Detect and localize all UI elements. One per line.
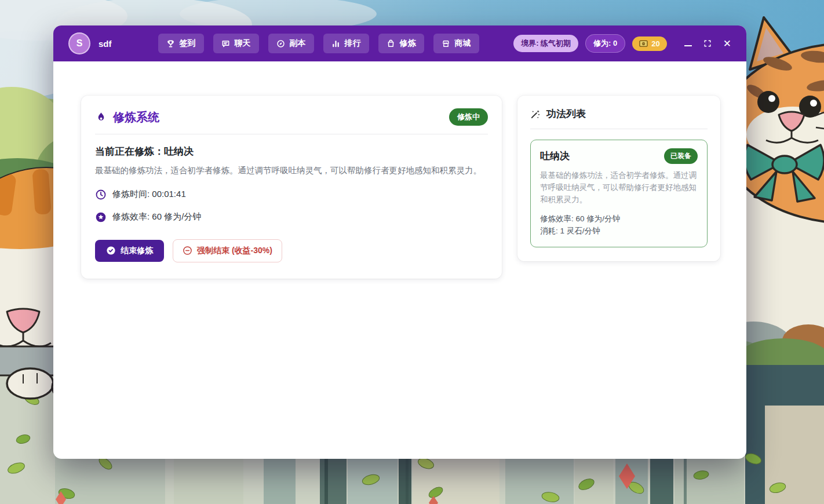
close-button[interactable]: ✕ <box>723 39 731 49</box>
technique-name: 吐纳决 <box>540 149 570 163</box>
store-icon <box>442 39 450 48</box>
cultivation-time-row: 修炼时间: 00:01:41 <box>95 189 488 200</box>
nav-label: 聊天 <box>235 38 251 49</box>
check-circle-icon <box>106 246 116 255</box>
maximize-button[interactable] <box>703 39 712 48</box>
technique-rate: 修炼效率: 60 修为/分钟 <box>540 213 698 225</box>
cultivation-rate-text: 修炼效率: 60 修为/分钟 <box>112 211 201 222</box>
star-icon <box>95 211 107 223</box>
button-label: 结束修炼 <box>121 246 153 256</box>
topbar-status: 境界: 练气初期 修为: 0 20 ✕ <box>513 34 731 53</box>
coin-badge: 20 <box>632 36 666 51</box>
circle-minus-icon <box>183 246 192 255</box>
cultivation-badge: 修为: 0 <box>585 34 625 53</box>
nav-label: 副本 <box>290 38 306 49</box>
topbar: S sdf 签到 聊天 副本 排行 修炼 <box>53 25 746 61</box>
wand-sparkles-icon <box>530 109 541 119</box>
current-technique-heading: 当前正在修炼：吐纳决 <box>95 145 488 158</box>
nav-label: 修炼 <box>400 38 416 49</box>
action-buttons: 结束修炼 强制结束 (收益-30%) <box>95 239 488 262</box>
cultivation-rate-row: 修炼效率: 60 修为/分钟 <box>95 211 488 223</box>
technique-cost: 消耗: 1 灵石/分钟 <box>540 225 698 238</box>
nav-shop-button[interactable]: 商城 <box>433 34 479 53</box>
technique-item-stats: 修炼效率: 60 修为/分钟 消耗: 1 灵石/分钟 <box>540 213 698 238</box>
nav-sign-in-button[interactable]: 签到 <box>158 34 204 53</box>
nav-label: 签到 <box>180 38 196 49</box>
minimize-button[interactable] <box>684 41 692 46</box>
card-title: 功法列表 <box>546 107 586 120</box>
window-content: 修炼系统 修炼中 当前正在修炼：吐纳决 最基础的修炼功法，适合初学者修炼。通过调… <box>53 61 746 279</box>
force-end-button[interactable]: 强制结束 (收益-30%) <box>173 239 282 262</box>
technique-description: 最基础的修炼功法，适合初学者修炼。通过调节呼吸吐纳灵气，可以帮助修行者更好地感知… <box>95 164 488 178</box>
technique-list-card: 功法列表 吐纳决 已装备 最基础的修炼功法，适合初学者修炼。通过调节呼吸吐纳灵气… <box>517 96 720 261</box>
trophy-icon <box>166 39 175 48</box>
cultivating-status-badge: 修炼中 <box>449 108 488 126</box>
main-nav: 签到 聊天 副本 排行 修炼 商城 <box>158 34 479 53</box>
cultivation-card-header: 修炼系统 修炼中 <box>95 108 488 126</box>
nav-label: 商城 <box>455 38 471 49</box>
app-window: S sdf 签到 聊天 副本 排行 修炼 <box>53 25 746 459</box>
button-label: 强制结束 (收益-30%) <box>197 246 272 256</box>
banknote-icon <box>639 40 648 48</box>
compass-icon <box>276 39 285 48</box>
equipped-badge: 已装备 <box>664 148 698 164</box>
nav-ranking-button[interactable]: 排行 <box>323 34 369 53</box>
technique-card-header: 功法列表 <box>530 107 708 120</box>
technique-item-header: 吐纳决 已装备 <box>540 148 698 164</box>
nav-cultivate-button[interactable]: 修炼 <box>378 34 424 53</box>
realm-badge: 境界: 练气初期 <box>513 35 578 52</box>
divider <box>530 129 708 129</box>
window-controls: ✕ <box>684 39 731 49</box>
cultivation-system-card: 修炼系统 修炼中 当前正在修炼：吐纳决 最基础的修炼功法，适合初学者修炼。通过调… <box>81 96 502 279</box>
divider <box>95 134 488 134</box>
bag-icon <box>387 39 395 48</box>
nav-dungeon-button[interactable]: 副本 <box>268 34 314 53</box>
technique-item-description: 最基础的修炼功法，适合初学者修炼。通过调节呼吸吐纳灵气，可以帮助修行者更好地感知… <box>540 170 698 206</box>
chat-icon <box>221 39 230 48</box>
end-cultivation-button[interactable]: 结束修炼 <box>95 240 164 262</box>
app-title: sdf <box>99 39 112 49</box>
bar-chart-icon <box>331 39 340 48</box>
nav-label: 排行 <box>345 38 361 49</box>
card-title: 修炼系统 <box>113 109 159 125</box>
clock-icon <box>95 189 107 200</box>
avatar[interactable]: S <box>68 32 90 54</box>
technique-list-item[interactable]: 吐纳决 已装备 最基础的修炼功法，适合初学者修炼。通过调节呼吸吐纳灵气，可以帮助… <box>530 140 708 247</box>
cultivation-time-text: 修炼时间: 00:01:41 <box>112 189 186 200</box>
flame-icon <box>95 111 107 123</box>
coin-count: 20 <box>651 39 659 48</box>
nav-chat-button[interactable]: 聊天 <box>213 34 259 53</box>
